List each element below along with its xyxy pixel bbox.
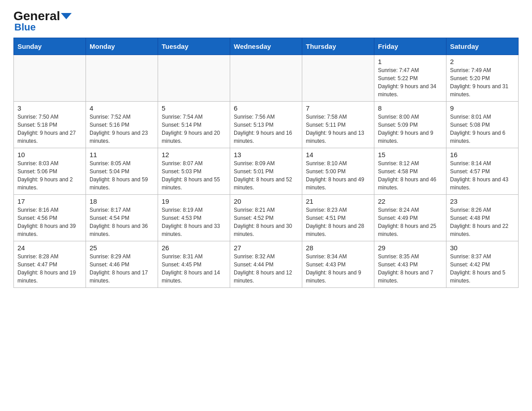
calendar-cell: 5Sunrise: 7:54 AMSunset: 5:14 PMDaylight… [158,102,230,148]
day-info: Sunrise: 8:16 AMSunset: 4:56 PMDaylight:… [17,206,82,238]
day-info: Sunrise: 8:29 AMSunset: 4:46 PMDaylight:… [90,253,154,285]
calendar-cell: 11Sunrise: 8:05 AMSunset: 5:04 PMDayligh… [86,148,158,195]
day-number: 17 [17,197,82,205]
calendar-table: SundayMondayTuesdayWednesdayThursdayFrid… [13,38,519,288]
logo: General Blue [13,9,72,33]
calendar-cell: 21Sunrise: 8:23 AMSunset: 4:51 PMDayligh… [302,195,374,241]
day-info: Sunrise: 7:47 AMSunset: 5:22 PMDaylight:… [378,66,442,98]
day-number: 24 [17,244,82,252]
day-info: Sunrise: 7:49 AMSunset: 5:20 PMDaylight:… [450,66,515,98]
calendar-cell [158,55,230,102]
calendar-cell: 23Sunrise: 8:26 AMSunset: 4:48 PMDayligh… [446,195,519,241]
calendar-cell: 30Sunrise: 8:37 AMSunset: 4:42 PMDayligh… [446,241,519,288]
day-info: Sunrise: 7:52 AMSunset: 5:16 PMDaylight:… [90,113,154,145]
day-info: Sunrise: 8:35 AMSunset: 4:43 PMDaylight:… [378,253,442,285]
calendar-cell: 14Sunrise: 8:10 AMSunset: 5:00 PMDayligh… [302,148,374,195]
logo-blue: Blue [14,21,36,33]
calendar-cell [14,55,86,102]
day-number: 9 [450,104,515,112]
day-number: 30 [450,244,515,252]
day-info: Sunrise: 7:56 AMSunset: 5:13 PMDaylight:… [234,113,298,145]
calendar-cell: 16Sunrise: 8:14 AMSunset: 4:57 PMDayligh… [446,148,519,195]
logo-triangle-icon [61,13,72,19]
day-number: 29 [378,244,442,252]
day-number: 18 [90,197,154,205]
day-info: Sunrise: 8:01 AMSunset: 5:08 PMDaylight:… [450,113,515,145]
calendar-cell: 3Sunrise: 7:50 AMSunset: 5:18 PMDaylight… [14,102,86,148]
day-info: Sunrise: 8:26 AMSunset: 4:48 PMDaylight:… [450,206,515,238]
day-info: Sunrise: 8:23 AMSunset: 4:51 PMDaylight:… [306,206,370,238]
calendar-cell: 1Sunrise: 7:47 AMSunset: 5:22 PMDaylight… [374,55,446,102]
calendar-cell: 10Sunrise: 8:03 AMSunset: 5:06 PMDayligh… [14,148,86,195]
calendar-cell: 28Sunrise: 8:34 AMSunset: 4:43 PMDayligh… [302,241,374,288]
calendar-cell: 15Sunrise: 8:12 AMSunset: 4:58 PMDayligh… [374,148,446,195]
day-info: Sunrise: 8:28 AMSunset: 4:47 PMDaylight:… [17,253,82,285]
calendar-cell [230,55,302,102]
calendar-cell: 26Sunrise: 8:31 AMSunset: 4:45 PMDayligh… [158,241,230,288]
day-header-wednesday: Wednesday [230,38,302,55]
calendar-cell: 12Sunrise: 8:07 AMSunset: 5:03 PMDayligh… [158,148,230,195]
day-number: 16 [450,151,515,158]
week-row-1: 1Sunrise: 7:47 AMSunset: 5:22 PMDaylight… [14,55,519,102]
calendar-cell: 2Sunrise: 7:49 AMSunset: 5:20 PMDaylight… [446,55,519,102]
calendar-cell: 24Sunrise: 8:28 AMSunset: 4:47 PMDayligh… [14,241,86,288]
calendar-cell: 20Sunrise: 8:21 AMSunset: 4:52 PMDayligh… [230,195,302,241]
day-info: Sunrise: 8:31 AMSunset: 4:45 PMDaylight:… [162,253,226,285]
day-number: 27 [234,244,298,252]
day-number: 3 [17,104,82,112]
calendar-cell: 8Sunrise: 8:00 AMSunset: 5:09 PMDaylight… [374,102,446,148]
day-info: Sunrise: 7:58 AMSunset: 5:11 PMDaylight:… [306,113,370,145]
day-info: Sunrise: 8:05 AMSunset: 5:04 PMDaylight:… [90,159,154,192]
day-info: Sunrise: 8:24 AMSunset: 4:49 PMDaylight:… [378,206,442,238]
day-number: 26 [162,244,226,252]
day-info: Sunrise: 8:00 AMSunset: 5:09 PMDaylight:… [378,113,442,145]
day-number: 25 [90,244,154,252]
week-row-2: 3Sunrise: 7:50 AMSunset: 5:18 PMDaylight… [14,102,519,148]
week-row-5: 24Sunrise: 8:28 AMSunset: 4:47 PMDayligh… [14,241,519,288]
day-info: Sunrise: 8:37 AMSunset: 4:42 PMDaylight:… [450,253,515,285]
day-info: Sunrise: 8:17 AMSunset: 4:54 PMDaylight:… [90,206,154,238]
calendar-cell: 19Sunrise: 8:19 AMSunset: 4:53 PMDayligh… [158,195,230,241]
calendar-cell: 7Sunrise: 7:58 AMSunset: 5:11 PMDaylight… [302,102,374,148]
week-row-4: 17Sunrise: 8:16 AMSunset: 4:56 PMDayligh… [14,195,519,241]
calendar-cell: 22Sunrise: 8:24 AMSunset: 4:49 PMDayligh… [374,195,446,241]
day-number: 19 [162,197,226,205]
day-number: 5 [162,104,226,112]
day-info: Sunrise: 8:21 AMSunset: 4:52 PMDaylight:… [234,206,298,238]
day-number: 22 [378,197,442,205]
day-number: 28 [306,244,370,252]
day-header-friday: Friday [374,38,446,55]
day-info: Sunrise: 8:03 AMSunset: 5:06 PMDaylight:… [17,159,82,192]
day-number: 13 [234,151,298,158]
calendar-header-row: SundayMondayTuesdayWednesdayThursdayFrid… [14,38,519,55]
day-number: 15 [378,151,442,158]
day-header-thursday: Thursday [302,38,374,55]
day-info: Sunrise: 7:50 AMSunset: 5:18 PMDaylight:… [17,113,82,145]
calendar-cell [86,55,158,102]
day-number: 12 [162,151,226,158]
day-number: 4 [90,104,154,112]
calendar-cell: 29Sunrise: 8:35 AMSunset: 4:43 PMDayligh… [374,241,446,288]
day-info: Sunrise: 8:19 AMSunset: 4:53 PMDaylight:… [162,206,226,238]
day-info: Sunrise: 8:09 AMSunset: 5:01 PMDaylight:… [234,159,298,192]
day-number: 8 [378,104,442,112]
calendar-cell: 4Sunrise: 7:52 AMSunset: 5:16 PMDaylight… [86,102,158,148]
calendar-cell: 27Sunrise: 8:32 AMSunset: 4:44 PMDayligh… [230,241,302,288]
calendar-cell: 9Sunrise: 8:01 AMSunset: 5:08 PMDaylight… [446,102,519,148]
day-info: Sunrise: 8:12 AMSunset: 4:58 PMDaylight:… [378,159,442,192]
day-header-saturday: Saturday [446,38,519,55]
page-header: General Blue [13,9,519,33]
day-info: Sunrise: 8:34 AMSunset: 4:43 PMDaylight:… [306,253,370,285]
calendar-cell: 18Sunrise: 8:17 AMSunset: 4:54 PMDayligh… [86,195,158,241]
day-header-monday: Monday [86,38,158,55]
day-info: Sunrise: 8:10 AMSunset: 5:00 PMDaylight:… [306,159,370,192]
day-number: 14 [306,151,370,158]
calendar-cell: 13Sunrise: 8:09 AMSunset: 5:01 PMDayligh… [230,148,302,195]
day-number: 21 [306,197,370,205]
day-number: 7 [306,104,370,112]
day-info: Sunrise: 8:07 AMSunset: 5:03 PMDaylight:… [162,159,226,192]
day-number: 1 [378,58,442,65]
calendar-cell [302,55,374,102]
day-number: 23 [450,197,515,205]
day-number: 20 [234,197,298,205]
